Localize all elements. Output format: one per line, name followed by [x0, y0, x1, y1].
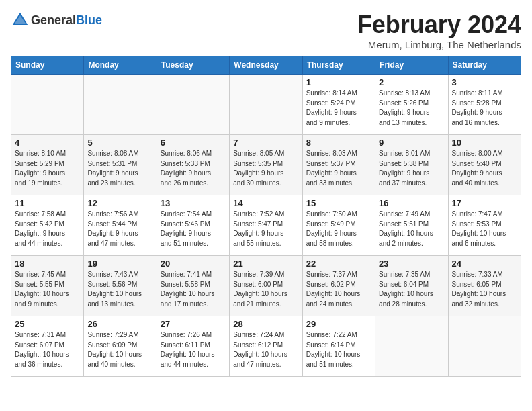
- logo: GeneralBlue: [11, 11, 102, 30]
- day-number: 19: [87, 259, 152, 269]
- day-number: 12: [87, 198, 152, 208]
- day-info: Sunrise: 8:00 AM Sunset: 5:40 PM Dayligh…: [452, 149, 517, 188]
- weekday-header-friday: Friday: [375, 56, 448, 75]
- day-info: Sunrise: 7:47 AM Sunset: 5:53 PM Dayligh…: [452, 210, 517, 248]
- day-number: 16: [379, 198, 444, 208]
- day-number: 13: [161, 198, 226, 208]
- logo-blue-text: Blue: [76, 13, 102, 27]
- calendar-cell: 2Sunrise: 8:13 AM Sunset: 5:26 PM Daylig…: [375, 75, 448, 135]
- calendar-cell: [157, 75, 229, 135]
- weekday-header-monday: Monday: [84, 56, 157, 75]
- calendar-cell: 27Sunrise: 7:26 AM Sunset: 6:11 PM Dayli…: [157, 316, 229, 377]
- day-info: Sunrise: 8:05 AM Sunset: 5:35 PM Dayligh…: [233, 149, 298, 188]
- day-number: 1: [306, 77, 371, 87]
- day-info: Sunrise: 7:54 AM Sunset: 5:46 PM Dayligh…: [161, 210, 226, 248]
- day-info: Sunrise: 7:56 AM Sunset: 5:44 PM Dayligh…: [87, 210, 152, 248]
- calendar-cell: 19Sunrise: 7:43 AM Sunset: 5:56 PM Dayli…: [84, 256, 157, 316]
- calendar-cell: 9Sunrise: 8:01 AM Sunset: 5:38 PM Daylig…: [375, 135, 448, 195]
- weekday-header-wednesday: Wednesday: [230, 56, 302, 75]
- day-info: Sunrise: 7:43 AM Sunset: 5:56 PM Dayligh…: [87, 270, 152, 309]
- calendar-cell: [84, 75, 157, 135]
- calendar-cell: 13Sunrise: 7:54 AM Sunset: 5:46 PM Dayli…: [157, 195, 229, 256]
- calendar-cell: 14Sunrise: 7:52 AM Sunset: 5:47 PM Dayli…: [230, 195, 302, 256]
- weekday-header-sunday: Sunday: [11, 56, 84, 75]
- weekday-header-thursday: Thursday: [302, 56, 375, 75]
- calendar-week-row: 4Sunrise: 8:10 AM Sunset: 5:29 PM Daylig…: [11, 135, 521, 195]
- day-info: Sunrise: 7:45 AM Sunset: 5:55 PM Dayligh…: [15, 270, 80, 309]
- day-number: 28: [233, 319, 298, 329]
- day-info: Sunrise: 8:01 AM Sunset: 5:38 PM Dayligh…: [379, 149, 444, 188]
- day-number: 26: [87, 319, 152, 329]
- day-info: Sunrise: 8:06 AM Sunset: 5:33 PM Dayligh…: [161, 149, 226, 188]
- calendar-cell: 24Sunrise: 7:33 AM Sunset: 6:05 PM Dayli…: [448, 256, 521, 316]
- day-number: 15: [306, 198, 371, 208]
- page-header: GeneralBlue February 2024 Merum, Limburg…: [11, 11, 521, 50]
- day-info: Sunrise: 7:52 AM Sunset: 5:47 PM Dayligh…: [233, 210, 298, 248]
- calendar-cell: 18Sunrise: 7:45 AM Sunset: 5:55 PM Dayli…: [11, 256, 84, 316]
- day-info: Sunrise: 7:31 AM Sunset: 6:07 PM Dayligh…: [15, 330, 80, 369]
- calendar-cell: 20Sunrise: 7:41 AM Sunset: 5:58 PM Dayli…: [157, 256, 229, 316]
- logo-icon: [11, 11, 30, 30]
- calendar-cell: 15Sunrise: 7:50 AM Sunset: 5:49 PM Dayli…: [302, 195, 375, 256]
- calendar-cell: [375, 316, 448, 377]
- day-info: Sunrise: 7:49 AM Sunset: 5:51 PM Dayligh…: [379, 210, 444, 248]
- location-subtitle: Merum, Limburg, The Netherlands: [357, 39, 521, 50]
- calendar-cell: [11, 75, 84, 135]
- day-number: 22: [306, 259, 371, 269]
- day-number: 11: [15, 198, 80, 208]
- day-number: 25: [15, 319, 80, 329]
- calendar-cell: 7Sunrise: 8:05 AM Sunset: 5:35 PM Daylig…: [230, 135, 302, 195]
- calendar-table: SundayMondayTuesdayWednesdayThursdayFrid…: [11, 56, 521, 377]
- calendar-cell: 5Sunrise: 8:08 AM Sunset: 5:31 PM Daylig…: [84, 135, 157, 195]
- day-number: 5: [87, 138, 152, 148]
- calendar-cell: 29Sunrise: 7:22 AM Sunset: 6:14 PM Dayli…: [302, 316, 375, 377]
- calendar-cell: 21Sunrise: 7:39 AM Sunset: 6:00 PM Dayli…: [230, 256, 302, 316]
- calendar-cell: 4Sunrise: 8:10 AM Sunset: 5:29 PM Daylig…: [11, 135, 84, 195]
- calendar-cell: 26Sunrise: 7:29 AM Sunset: 6:09 PM Dayli…: [84, 316, 157, 377]
- calendar-cell: 6Sunrise: 8:06 AM Sunset: 5:33 PM Daylig…: [157, 135, 229, 195]
- day-info: Sunrise: 7:24 AM Sunset: 6:12 PM Dayligh…: [233, 330, 298, 369]
- day-info: Sunrise: 7:33 AM Sunset: 6:05 PM Dayligh…: [452, 270, 517, 309]
- day-number: 8: [306, 138, 371, 148]
- day-info: Sunrise: 8:03 AM Sunset: 5:37 PM Dayligh…: [306, 149, 371, 188]
- calendar-cell: 23Sunrise: 7:35 AM Sunset: 6:04 PM Dayli…: [375, 256, 448, 316]
- day-info: Sunrise: 7:37 AM Sunset: 6:02 PM Dayligh…: [306, 270, 371, 309]
- calendar-cell: 16Sunrise: 7:49 AM Sunset: 5:51 PM Dayli…: [375, 195, 448, 256]
- day-info: Sunrise: 8:10 AM Sunset: 5:29 PM Dayligh…: [15, 149, 80, 188]
- day-info: Sunrise: 7:26 AM Sunset: 6:11 PM Dayligh…: [161, 330, 226, 369]
- calendar-cell: 12Sunrise: 7:56 AM Sunset: 5:44 PM Dayli…: [84, 195, 157, 256]
- calendar-cell: 25Sunrise: 7:31 AM Sunset: 6:07 PM Dayli…: [11, 316, 84, 377]
- calendar-week-row: 1Sunrise: 8:14 AM Sunset: 5:24 PM Daylig…: [11, 75, 521, 135]
- calendar-cell: 1Sunrise: 8:14 AM Sunset: 5:24 PM Daylig…: [302, 75, 375, 135]
- calendar-cell: [448, 316, 521, 377]
- calendar-week-row: 25Sunrise: 7:31 AM Sunset: 6:07 PM Dayli…: [11, 316, 521, 377]
- day-number: 20: [161, 259, 226, 269]
- day-number: 17: [452, 198, 517, 208]
- calendar-cell: 11Sunrise: 7:58 AM Sunset: 5:42 PM Dayli…: [11, 195, 84, 256]
- calendar-cell: [230, 75, 302, 135]
- day-number: 2: [379, 77, 444, 87]
- day-number: 3: [452, 77, 517, 87]
- calendar-cell: 3Sunrise: 8:11 AM Sunset: 5:28 PM Daylig…: [448, 75, 521, 135]
- day-number: 29: [306, 319, 371, 329]
- day-info: Sunrise: 8:13 AM Sunset: 5:26 PM Dayligh…: [379, 89, 444, 128]
- day-info: Sunrise: 7:50 AM Sunset: 5:49 PM Dayligh…: [306, 210, 371, 248]
- month-year-title: February 2024: [357, 11, 521, 39]
- calendar-cell: 17Sunrise: 7:47 AM Sunset: 5:53 PM Dayli…: [448, 195, 521, 256]
- title-section: February 2024 Merum, Limburg, The Nether…: [357, 11, 521, 50]
- day-number: 4: [15, 138, 80, 148]
- day-number: 21: [233, 259, 298, 269]
- calendar-cell: 22Sunrise: 7:37 AM Sunset: 6:02 PM Dayli…: [302, 256, 375, 316]
- day-info: Sunrise: 8:08 AM Sunset: 5:31 PM Dayligh…: [87, 149, 152, 188]
- calendar-week-row: 11Sunrise: 7:58 AM Sunset: 5:42 PM Dayli…: [11, 195, 521, 256]
- weekday-header-tuesday: Tuesday: [157, 56, 229, 75]
- day-number: 9: [379, 138, 444, 148]
- day-info: Sunrise: 7:35 AM Sunset: 6:04 PM Dayligh…: [379, 270, 444, 309]
- day-number: 14: [233, 198, 298, 208]
- calendar-week-row: 18Sunrise: 7:45 AM Sunset: 5:55 PM Dayli…: [11, 256, 521, 316]
- day-info: Sunrise: 7:41 AM Sunset: 5:58 PM Dayligh…: [161, 270, 226, 309]
- day-number: 24: [452, 259, 517, 269]
- calendar-cell: 8Sunrise: 8:03 AM Sunset: 5:37 PM Daylig…: [302, 135, 375, 195]
- day-number: 18: [15, 259, 80, 269]
- day-number: 6: [161, 138, 226, 148]
